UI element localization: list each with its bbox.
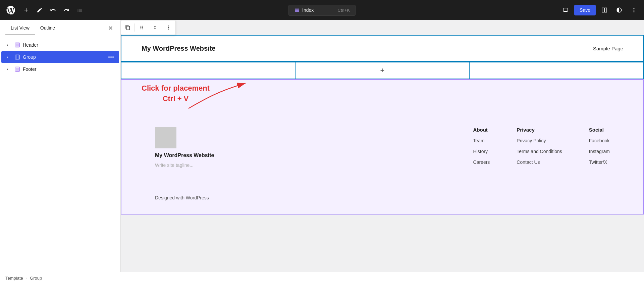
footer-bottom: Designed with WordPress [121,188,643,214]
placement-hint-line2: Ctrl + V [142,94,210,104]
placement-hint-area: Click for placement Ctrl + V [121,80,643,107]
canvas-area: My WordPress Website Sample Page + [121,20,644,272]
move-up-down-button[interactable] [148,21,162,34]
footer-nav-privacy: Privacy Privacy Policy Terms and Conditi… [517,127,562,165]
group-more-button[interactable] [108,56,114,58]
header-block-icon [14,42,21,48]
index-tab-label: Index [302,7,314,13]
main-layout: List View Outline ✕ › Header › Group [0,20,644,272]
svg-point-2 [634,8,635,9]
group-block-icon [14,54,21,60]
footer-heading-social: Social [589,127,610,133]
sidebar-item-header[interactable]: › Header [1,39,119,51]
undo-button[interactable] [47,4,59,16]
add-block-button[interactable] [20,4,32,16]
page-canvas: My WordPress Website Sample Page + [121,35,644,215]
footer-link-history[interactable]: History [473,149,490,154]
sidebar: List View Outline ✕ › Header › Group [0,20,121,272]
svg-point-12 [168,26,169,27]
sidebar-item-group[interactable]: › Group [1,51,119,63]
footer-logo [155,127,176,148]
svg-point-4 [634,11,635,12]
top-toolbar: Index Ctrl+K Save [0,0,644,20]
chevron-right-icon-group: › [7,55,12,59]
insert-plus-icon: + [380,66,385,75]
index-icon [294,7,300,13]
svg-point-14 [168,29,169,30]
canvas-header-block[interactable]: My WordPress Website Sample Page [121,35,644,62]
status-bar: Template › Group [0,272,644,284]
tab-list-view[interactable]: List View [5,21,35,35]
contrast-button[interactable] [613,4,625,16]
chevron-right-icon-footer: › [7,67,12,72]
footer-link-contact[interactable]: Contact Us [517,159,562,165]
svg-rect-7 [15,55,19,59]
footer-block-icon [14,66,21,73]
footer-link-twitter[interactable]: Twitter/X [589,159,610,165]
chevron-right-icon: › [7,43,12,47]
drag-handle-button[interactable] [135,21,148,34]
footer-bottom-text: Designed with [155,195,184,200]
insert-col-left [121,62,296,79]
sidebar-close-button[interactable]: ✕ [106,23,115,33]
insert-block-row[interactable]: + [121,62,644,79]
svg-rect-11 [16,67,19,70]
list-view-button[interactable] [74,4,86,16]
sample-page-link[interactable]: Sample Page [593,46,623,51]
footer-label: Footer [23,66,114,72]
sidebar-item-footer[interactable]: › Footer [1,63,119,75]
wp-logo[interactable] [4,3,17,17]
footer-tagline[interactable]: Write site tagline... [155,162,222,168]
footer-heading-privacy: Privacy [517,127,562,133]
svg-rect-6 [16,43,19,46]
footer-wordpress-link[interactable]: WordPress [186,195,209,200]
footer-brand-column: My WordPress Website Write site tagline.… [155,127,222,168]
group-label: Group [23,54,106,60]
sidebar-tree: › Header › Group › [0,36,120,272]
edit-button[interactable] [34,4,46,16]
footer-columns-area: My WordPress Website Write site tagline.… [121,107,643,181]
status-separator: › [26,276,27,281]
sidebar-tabs: List View Outline ✕ [0,20,120,36]
footer-link-team[interactable]: Team [473,138,490,143]
footer-site-name: My WordPress Website [155,152,222,158]
footer-nav-social: Social Facebook Instagram Twitter/X [589,127,610,165]
insert-col-right [470,62,643,79]
block-toolbar [121,20,176,35]
footer-nav-columns: About Team History Careers Privacy Priva… [242,127,610,165]
placement-hint: Click for placement Ctrl + V [142,83,210,104]
header-label: Header [23,42,114,48]
footer-link-facebook[interactable]: Facebook [589,138,610,143]
footer-link-privacy-policy[interactable]: Privacy Policy [517,138,562,143]
split-screen-button[interactable] [598,4,610,16]
footer-link-instagram[interactable]: Instagram [589,149,610,154]
index-tab[interactable]: Index Ctrl+K [288,5,356,16]
site-title: My WordPress Website [142,45,593,52]
status-template[interactable]: Template [5,276,23,281]
canvas-group-block[interactable]: Click for placement Ctrl + V My WordPres… [121,79,644,215]
more-options-button[interactable] [628,4,640,16]
redo-button[interactable] [60,4,72,16]
status-group[interactable]: Group [30,276,42,281]
toolbar-right: Save [559,4,640,16]
footer-nav-about: About Team History Careers [473,127,490,165]
svg-point-13 [168,27,169,28]
shortcut-hint: Ctrl+K [338,8,350,13]
desktop-view-button[interactable] [559,4,572,16]
tab-outline[interactable]: Outline [35,21,60,35]
insert-col-center[interactable]: + [296,62,470,79]
footer-link-terms[interactable]: Terms and Conditions [517,149,562,154]
block-options-button[interactable] [162,21,175,34]
save-button[interactable]: Save [574,5,596,15]
footer-link-careers[interactable]: Careers [473,159,490,165]
footer-heading-about: About [473,127,490,133]
svg-point-3 [634,10,635,11]
duplicate-block-button[interactable] [121,21,135,34]
placement-hint-line1: Click for placement [142,83,210,94]
